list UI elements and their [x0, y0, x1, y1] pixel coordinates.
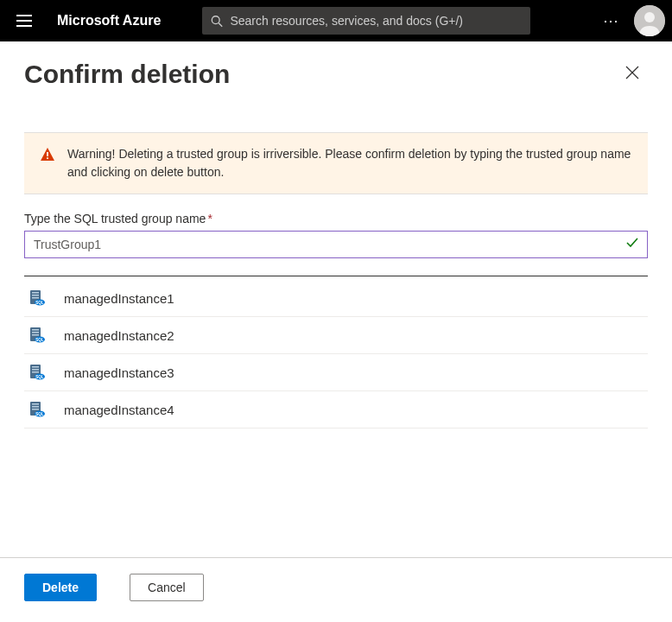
list-separator	[24, 276, 648, 276]
svg-rect-9	[47, 152, 48, 156]
svg-rect-25	[32, 369, 39, 371]
svg-text:SQL: SQL	[35, 338, 44, 342]
instance-name: managedInstance2	[64, 328, 174, 343]
search-icon	[211, 15, 223, 28]
svg-rect-14	[32, 297, 39, 299]
svg-rect-24	[32, 366, 39, 368]
brand-label: Microsoft Azure	[48, 13, 169, 29]
delete-button[interactable]: Delete	[24, 574, 97, 601]
user-avatar[interactable]	[634, 5, 665, 36]
sql-instance-icon: SQL	[28, 289, 47, 308]
sql-instance-icon: SQL	[28, 363, 47, 382]
top-header: Microsoft Azure ⋯	[0, 0, 672, 41]
svg-rect-0	[16, 15, 32, 16]
svg-point-3	[212, 16, 220, 23]
global-search[interactable]	[202, 7, 530, 35]
trusted-group-name-input[interactable]	[24, 231, 648, 258]
svg-text:SQL: SQL	[35, 412, 44, 416]
page-title-row: Confirm deletion	[0, 41, 672, 98]
list-item: SQL managedInstance2	[24, 317, 648, 354]
avatar-icon	[634, 5, 665, 36]
svg-text:SQL: SQL	[35, 375, 44, 379]
page-title: Confirm deletion	[24, 60, 230, 89]
validation-check-icon	[625, 236, 639, 253]
svg-rect-32	[32, 409, 39, 410]
svg-rect-18	[32, 329, 39, 331]
more-menu-button[interactable]: ⋯	[596, 11, 627, 30]
instance-name: managedInstance1	[64, 291, 174, 306]
svg-rect-30	[32, 403, 39, 405]
warning-icon	[40, 147, 55, 181]
instance-name: managedInstance4	[64, 403, 174, 417]
hamburger-menu-button[interactable]	[7, 3, 41, 38]
trusted-group-name-label: Type the SQL trusted group name*	[24, 212, 648, 225]
list-item: SQL managedInstance4	[24, 391, 648, 428]
svg-line-4	[219, 22, 223, 26]
svg-rect-10	[47, 157, 48, 159]
warning-banner: Warning! Deleting a trusted group is irr…	[24, 132, 648, 194]
hamburger-icon	[16, 15, 32, 27]
svg-rect-12	[32, 292, 39, 294]
close-icon	[625, 66, 639, 79]
list-item: SQL managedInstance1	[24, 280, 648, 317]
content-area: Warning! Deleting a trusted group is irr…	[0, 98, 672, 557]
required-indicator: *	[207, 212, 212, 225]
instance-list: SQL managedInstance1 SQL managedInstance…	[24, 280, 648, 428]
svg-rect-1	[16, 20, 32, 22]
cancel-button[interactable]: Cancel	[130, 574, 204, 601]
svg-rect-13	[32, 295, 39, 296]
close-button[interactable]	[617, 59, 648, 89]
svg-rect-20	[32, 334, 39, 336]
svg-text:SQL: SQL	[35, 301, 44, 305]
sql-instance-icon: SQL	[28, 326, 47, 345]
svg-rect-2	[16, 25, 32, 27]
svg-rect-19	[32, 332, 39, 333]
list-item: SQL managedInstance3	[24, 354, 648, 391]
svg-rect-26	[32, 371, 39, 373]
svg-rect-31	[32, 406, 39, 408]
sql-instance-icon: SQL	[28, 400, 47, 419]
warning-text: Warning! Deleting a trusted group is irr…	[67, 145, 632, 181]
instance-name: managedInstance3	[64, 365, 174, 380]
search-input[interactable]	[230, 14, 522, 28]
footer: Delete Cancel	[0, 557, 672, 622]
svg-point-6	[644, 12, 655, 22]
